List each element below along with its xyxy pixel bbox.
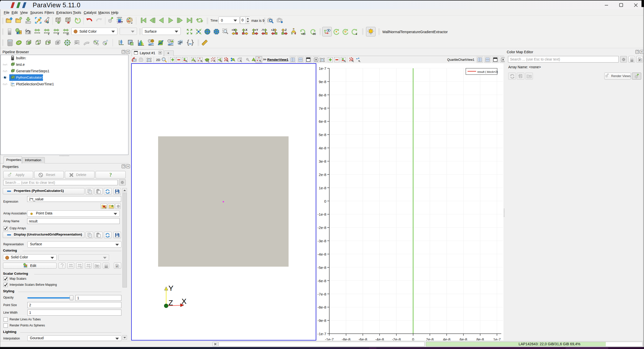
svg-text:8e-8: 8e-8 [476, 337, 484, 340]
svg-text:e: e [80, 266, 81, 268]
svg-text:c: c [48, 32, 50, 35]
svg-text:t: t [58, 32, 59, 35]
svg-text:0: 0 [324, 199, 326, 203]
svg-text:3e-8: 3e-8 [319, 159, 326, 163]
svg-text:8e-8: 8e-8 [319, 93, 326, 97]
svg-text:2e-8: 2e-8 [319, 172, 326, 177]
svg-text:-Z: -Z [284, 28, 287, 31]
svg-text:-3e-8: -3e-8 [317, 239, 326, 243]
svg-text:-2e-8: -2e-8 [392, 337, 401, 340]
svg-text:9e-8: 9e-8 [319, 80, 326, 84]
svg-text:-8e-8: -8e-8 [317, 305, 326, 309]
svg-text:-6e-8: -6e-8 [317, 279, 326, 283]
svg-text:6e-8: 6e-8 [460, 337, 467, 340]
svg-text:+X: +X [232, 28, 235, 31]
svg-text:+Z: +Z [271, 28, 274, 31]
svg-text:1e-7: 1e-7 [319, 66, 326, 71]
svg-text:+90: +90 [301, 33, 305, 35]
svg-text:-2e-8: -2e-8 [317, 225, 326, 230]
svg-text:X: X [181, 297, 187, 305]
svg-text:-1e-7: -1e-7 [325, 337, 334, 340]
svg-text:4e-8: 4e-8 [319, 146, 326, 150]
svg-text:-7e-8: -7e-8 [317, 292, 326, 296]
svg-text:-Y: -Y [261, 28, 264, 31]
svg-text:Z: Z [168, 299, 173, 307]
svg-text:result ( block=2): result ( block=2) [477, 70, 498, 73]
svg-text:1e-7: 1e-7 [493, 337, 501, 340]
svg-text:-90: -90 [312, 33, 316, 35]
svg-text:0: 0 [412, 337, 414, 340]
svg-text:2e-8: 2e-8 [426, 337, 434, 340]
svg-text:-5e-8: -5e-8 [317, 265, 326, 270]
svg-text:-1e-7: -1e-7 [317, 332, 326, 336]
svg-text:-X: -X [245, 28, 248, 31]
svg-text:-9e-8: -9e-8 [317, 318, 326, 323]
svg-text:4e-8: 4e-8 [443, 337, 450, 340]
svg-text:5e-8: 5e-8 [319, 133, 326, 137]
svg-text:-8e-8: -8e-8 [342, 337, 350, 340]
svg-text:+Y: +Y [255, 28, 258, 31]
svg-text:1e-8: 1e-8 [319, 186, 326, 190]
svg-text:6e-8: 6e-8 [319, 119, 326, 124]
svg-text:Y: Y [168, 284, 173, 292]
svg-text:-4e-8: -4e-8 [317, 252, 326, 256]
svg-text:2D: 2D [156, 58, 160, 62]
svg-text:-6e-8: -6e-8 [358, 337, 367, 340]
svg-text:e: e [639, 58, 640, 62]
svg-text:-4e-8: -4e-8 [375, 337, 384, 340]
svg-text:t: t [89, 266, 90, 268]
svg-text:-1e-8: -1e-8 [317, 212, 326, 216]
svg-text:e: e [116, 264, 118, 268]
svg-text:7e-8: 7e-8 [319, 106, 326, 110]
